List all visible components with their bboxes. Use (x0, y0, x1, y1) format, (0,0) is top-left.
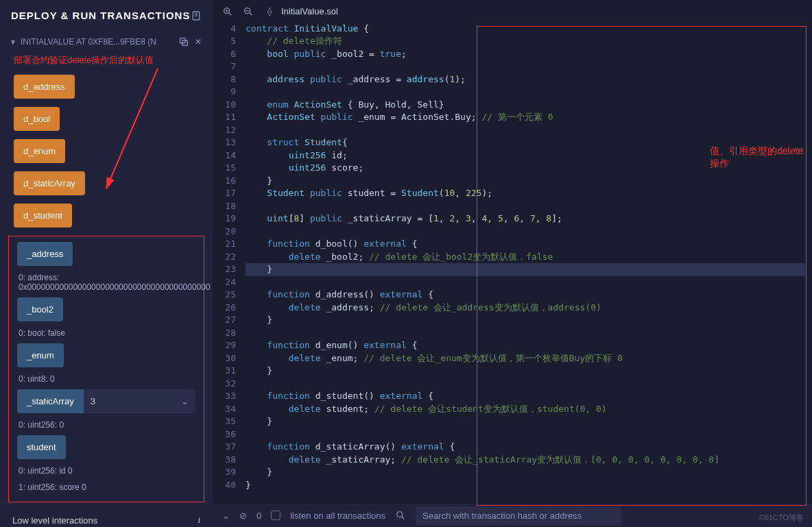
code-content[interactable]: contract InitialValue { // delete操作符 boo… (246, 23, 812, 492)
result-value: 0: uint256: 0 (12, 416, 201, 432)
terminal-search-input[interactable]: Search with transaction hash or address (416, 506, 621, 525)
annotation-left: 部署合约验证delete操作后的默认值 (0, 53, 213, 71)
zoom-out-icon[interactable] (243, 5, 254, 17)
contract-instance[interactable]: ▾ INITIALVALUE AT 0XF8E...9FBE8 (N ✕ (0, 31, 213, 53)
info-icon[interactable]: i (198, 515, 200, 526)
low-level-label: Low level interactions (12, 515, 97, 526)
watermark: ©51CTO博客 (759, 513, 804, 523)
fn-button-d_student[interactable]: d_student (14, 204, 72, 228)
getter-input-_staticArray[interactable]: 3⌄ (84, 389, 195, 413)
getter-_address[interactable]: _address (17, 242, 73, 266)
fn-button-d_address[interactable]: d_address (14, 75, 75, 99)
file-tab[interactable]: InitialValue.sol (281, 6, 338, 16)
svg-line-11 (249, 12, 252, 15)
doc-icon[interactable] (191, 10, 202, 21)
block-icon[interactable]: ⊘ (239, 511, 247, 521)
annotation-right: 值、引用类型的delete操作 (710, 145, 812, 170)
getter-_staticArray[interactable]: _staticArray (17, 389, 84, 413)
result-value: 1: uint256: score 0 (12, 478, 201, 495)
close-icon[interactable]: ✕ (195, 37, 202, 47)
panel-title: DEPLOY & RUN TRANSACTIONS (11, 10, 190, 21)
result-value: 0: uint8: 0 (12, 370, 201, 387)
chevron-down-icon: ▾ (11, 37, 15, 47)
getter-_enum[interactable]: _enum (17, 343, 64, 367)
line-gutter: 4567891011121314151617181920212223242526… (213, 23, 246, 492)
copy-icon[interactable] (178, 36, 189, 47)
main: ⟠ InitialValue.sol 456789101112131415161… (213, 0, 812, 527)
chevrons-icon[interactable]: ⌄ (222, 511, 230, 521)
zoom-in-icon[interactable] (222, 5, 233, 17)
instance-label: INITIALVALUE AT 0XF8E...9FBE8 (N (21, 37, 173, 47)
getter-_bool2[interactable]: _bool2 (17, 297, 63, 321)
svg-line-7 (228, 12, 231, 15)
listen-label: listen on all transactions (290, 511, 385, 521)
fn-button-d_staticArray[interactable]: d_staticArray (14, 171, 85, 195)
fn-button-d_enum[interactable]: d_enum (14, 139, 65, 163)
result-value: 0: uint256: id 0 (12, 462, 201, 478)
pending-count: 0 (256, 511, 261, 521)
result-value: 0: address: 0x00000000000000000000000000… (12, 269, 201, 295)
getter-student[interactable]: student (17, 435, 66, 459)
code-editor[interactable]: 4567891011121314151617181920212223242526… (213, 23, 812, 504)
search-icon[interactable] (395, 510, 406, 522)
result-value: 0: bool: false (12, 324, 201, 341)
svg-line-14 (401, 517, 404, 519)
listen-checkbox[interactable] (271, 511, 280, 520)
terminal-bar: ⌄ ⊘ 0 listen on all transactions Search … (213, 504, 812, 527)
solidity-icon: ⟠ (267, 6, 272, 16)
chevron-down-icon[interactable]: ⌄ (181, 396, 189, 406)
result-box: _address0: address: 0x000000000000000000… (8, 236, 204, 502)
sidebar: DEPLOY & RUN TRANSACTIONS ▾ INITIALVALUE… (0, 0, 213, 527)
editor-topbar: ⟠ InitialValue.sol (213, 0, 812, 23)
fn-button-d_bool[interactable]: d_bool (14, 107, 60, 131)
